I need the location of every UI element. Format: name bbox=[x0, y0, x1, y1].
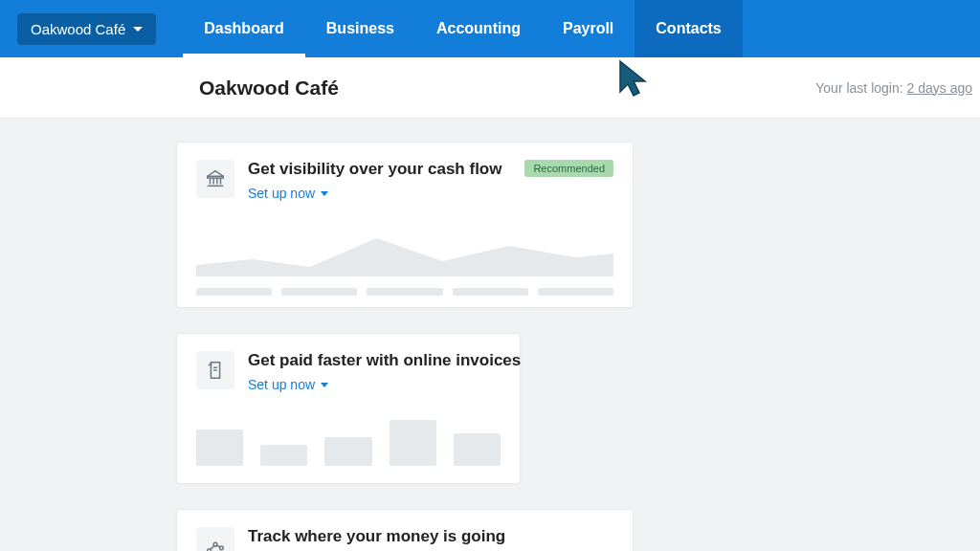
svg-line-11 bbox=[211, 545, 214, 549]
placeholder-bar bbox=[367, 288, 442, 296]
page-title: Oakwood Café bbox=[199, 77, 339, 99]
chart-placeholder bbox=[196, 219, 613, 290]
nav-dashboard[interactable]: Dashboard bbox=[183, 0, 305, 57]
nav-business[interactable]: Business bbox=[305, 0, 415, 57]
bank-icon bbox=[196, 160, 234, 198]
company-name: Oakwood Café bbox=[31, 21, 125, 37]
setup-link[interactable]: Set up now bbox=[248, 377, 328, 392]
placeholder-bar bbox=[196, 288, 272, 296]
nav-contacts[interactable]: Contacts bbox=[635, 0, 742, 57]
svg-line-12 bbox=[217, 545, 220, 547]
placeholder-bar bbox=[453, 288, 528, 296]
card-header: Get paid faster with online invoices Set… bbox=[196, 351, 501, 393]
dashboard-content: Get visibility over your cash flow Set u… bbox=[0, 119, 980, 551]
caret-down-icon bbox=[133, 27, 143, 32]
company-selector[interactable]: Oakwood Café bbox=[17, 13, 156, 45]
card-header: Track where your money is going Set up n… bbox=[196, 527, 613, 551]
nav-accounting[interactable]: Accounting bbox=[415, 0, 542, 57]
last-login-prefix: Your last login: bbox=[815, 80, 906, 96]
bars-placeholder bbox=[196, 418, 501, 466]
placeholder-bar bbox=[281, 288, 357, 296]
placeholder-bar bbox=[196, 430, 243, 466]
sub-header: Oakwood Café Your last login: 2 days ago bbox=[0, 57, 980, 119]
card-cashflow: Get visibility over your cash flow Set u… bbox=[176, 142, 634, 308]
last-login-link[interactable]: 2 days ago bbox=[907, 80, 973, 96]
trend-icon bbox=[196, 527, 234, 551]
svg-rect-0 bbox=[208, 176, 224, 178]
nav-payroll[interactable]: Payroll bbox=[542, 0, 635, 57]
chevron-down-icon bbox=[321, 383, 328, 387]
setup-link-label: Set up now bbox=[248, 377, 315, 392]
placeholder-bar bbox=[324, 437, 371, 466]
placeholder-bar bbox=[390, 420, 436, 466]
setup-link[interactable]: Set up now bbox=[248, 186, 328, 201]
card-title: Get paid faster with online invoices bbox=[248, 351, 521, 370]
setup-link-label: Set up now bbox=[248, 186, 315, 201]
placeholder-bar bbox=[538, 288, 613, 296]
placeholder-bar bbox=[260, 445, 307, 466]
card-title: Get visibility over your cash flow bbox=[248, 160, 511, 179]
card-title: Track where your money is going bbox=[248, 527, 613, 546]
card-track: Track where your money is going Set up n… bbox=[176, 509, 634, 551]
card-invoices: Get paid faster with online invoices Set… bbox=[176, 333, 521, 484]
nav-items: Dashboard Business Accounting Payroll Co… bbox=[183, 0, 743, 57]
placeholder-bar bbox=[454, 433, 501, 466]
document-icon bbox=[196, 351, 234, 389]
card-header: Get visibility over your cash flow Set u… bbox=[196, 160, 613, 202]
last-login: Your last login: 2 days ago bbox=[815, 80, 980, 96]
top-nav: Oakwood Café Dashboard Business Accounti… bbox=[0, 0, 980, 57]
svg-point-10 bbox=[220, 546, 224, 550]
chevron-down-icon bbox=[321, 191, 328, 196]
recommended-badge: Recommended bbox=[524, 160, 613, 177]
cursor-icon bbox=[612, 55, 660, 107]
